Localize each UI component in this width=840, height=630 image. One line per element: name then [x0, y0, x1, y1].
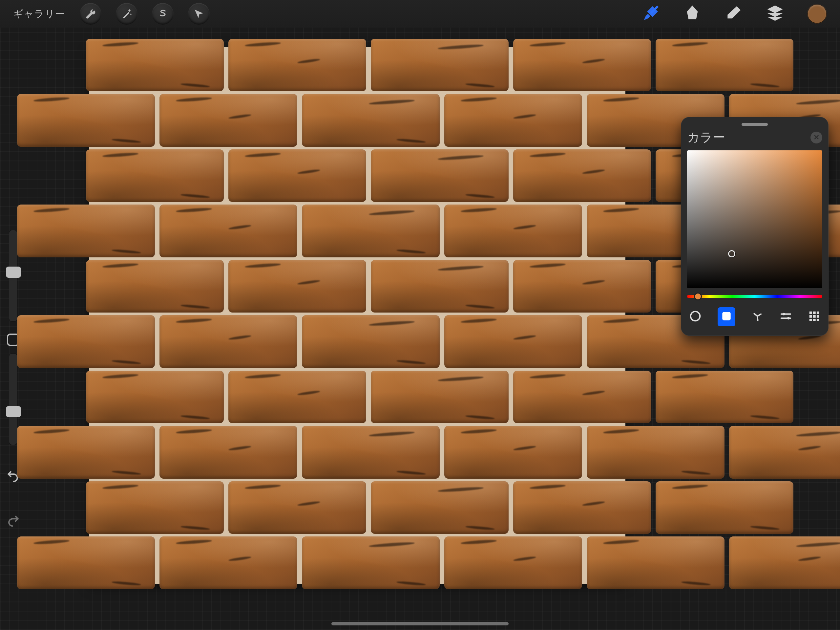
- wrench-icon: [85, 8, 96, 19]
- eraser-icon: [725, 4, 743, 22]
- top-right-tools: [642, 4, 827, 24]
- layers-button[interactable]: [766, 4, 784, 24]
- paint-brush-button[interactable]: [642, 4, 660, 24]
- grid-icon: [808, 310, 820, 322]
- adjustments-wand-button[interactable]: [116, 3, 137, 25]
- mode-classic-button[interactable]: [718, 307, 735, 326]
- transform-arrow-button[interactable]: [188, 3, 210, 25]
- harmony-icon: [751, 310, 764, 322]
- home-indicator: [332, 622, 508, 625]
- top-toolbar: ギャラリー: [0, 0, 840, 28]
- close-icon: ✕: [813, 133, 819, 142]
- brush-opacity-slider[interactable]: [9, 353, 17, 445]
- gallery-button[interactable]: ギャラリー: [13, 7, 65, 21]
- left-sliders: [0, 230, 26, 542]
- panel-drag-handle[interactable]: [742, 123, 768, 126]
- smudge-icon: [683, 4, 701, 22]
- current-color-swatch[interactable]: [807, 4, 827, 24]
- eraser-tool-button[interactable]: [725, 4, 743, 24]
- top-left-tools: ギャラリー: [13, 3, 210, 25]
- color-mode-tabs: [687, 307, 822, 326]
- wand-icon: [121, 8, 132, 19]
- mode-disc-button[interactable]: [689, 310, 701, 324]
- layers-icon: [766, 4, 784, 22]
- sliders-icon: [780, 310, 792, 322]
- brick-texture: [89, 47, 625, 584]
- brush-size-handle[interactable]: [6, 267, 21, 278]
- cursor-icon: [193, 8, 204, 19]
- svg-rect-1: [722, 312, 730, 320]
- mode-harmony-button[interactable]: [751, 310, 764, 324]
- color-panel-title: カラー: [687, 129, 725, 146]
- color-panel-header: カラー ✕: [687, 129, 822, 146]
- redo-button[interactable]: [6, 513, 21, 527]
- hue-slider-handle[interactable]: [694, 293, 702, 301]
- paint-brush-icon: [642, 4, 660, 22]
- actions-wrench-button[interactable]: [80, 3, 101, 25]
- brush-size-slider[interactable]: [9, 230, 17, 322]
- hue-slider[interactable]: [687, 295, 822, 298]
- selection-s-button[interactable]: [152, 3, 174, 25]
- svg-point-2: [782, 313, 785, 315]
- redo-icon: [6, 513, 21, 527]
- color-cursor[interactable]: [728, 250, 735, 257]
- close-panel-button[interactable]: ✕: [810, 131, 822, 144]
- svg-point-0: [691, 312, 700, 321]
- circle-icon: [689, 310, 701, 322]
- square-icon: [720, 310, 733, 322]
- canvas[interactable]: [89, 47, 625, 584]
- smudge-tool-button[interactable]: [683, 4, 701, 24]
- svg-point-3: [787, 317, 790, 320]
- mode-values-button[interactable]: [780, 310, 792, 324]
- color-panel[interactable]: カラー ✕: [681, 117, 829, 336]
- color-saturation-value-box[interactable]: [687, 150, 822, 288]
- selection-icon: [157, 8, 168, 19]
- mode-palettes-button[interactable]: [808, 310, 820, 324]
- brush-opacity-handle[interactable]: [6, 406, 21, 417]
